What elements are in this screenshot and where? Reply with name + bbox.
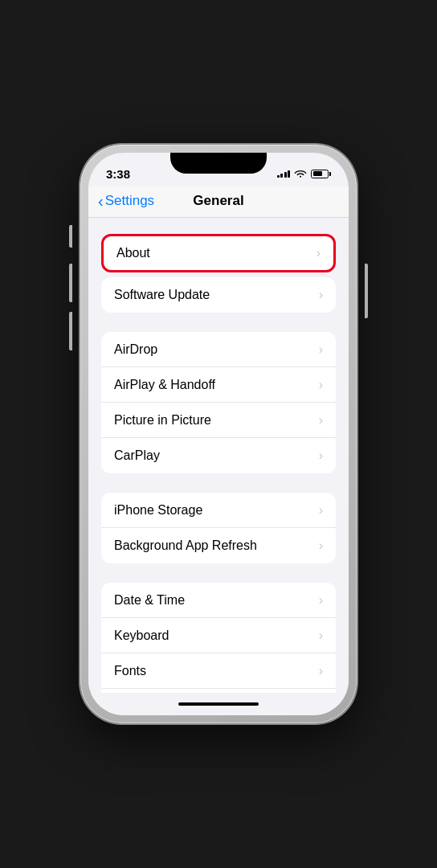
battery-icon [311,170,331,178]
software-update-group: Software Update › [101,277,336,313]
airdrop-chevron-icon: › [319,342,323,357]
about-row-wrapper: About › [101,234,336,272]
storage-group: iPhone Storage › Background App Refresh … [101,493,336,563]
home-indicator[interactable] [88,693,349,715]
picture-in-picture-row[interactable]: Picture in Picture › [101,403,336,438]
section-system: Date & Time › Keyboard › Fonts › Languag… [88,583,349,693]
about-group: About › [101,234,336,272]
iphone-storage-label: iPhone Storage [114,503,202,518]
back-button[interactable]: ‹ Settings [98,192,154,211]
navigation-bar: ‹ Settings General [88,186,349,218]
airplay-handoff-row[interactable]: AirPlay & Handoff › [101,367,336,403]
carplay-label: CarPlay [114,448,160,463]
date-time-label: Date & Time [114,593,185,608]
date-time-row[interactable]: Date & Time › [101,583,336,618]
section-storage: iPhone Storage › Background App Refresh … [88,493,349,563]
power-button[interactable] [365,264,368,318]
picture-in-picture-label: Picture in Picture [114,413,211,428]
iphone-storage-row[interactable]: iPhone Storage › [101,493,336,528]
phone-frame: 3:38 [80,145,357,723]
software-update-row[interactable]: Software Update › [101,277,336,313]
background-app-refresh-chevron-icon: › [319,538,323,553]
status-time: 3:38 [106,167,130,181]
iphone-storage-chevron-icon: › [319,503,323,518]
status-icons [277,168,332,180]
section-connectivity: AirDrop › AirPlay & Handoff › Picture in… [88,332,349,473]
volume-up-button[interactable] [69,264,72,302]
about-chevron-icon: › [317,246,321,260]
connectivity-group: AirDrop › AirPlay & Handoff › Picture in… [101,332,336,473]
back-chevron-icon: ‹ [98,192,104,211]
keyboard-label: Keyboard [114,628,169,643]
settings-scroll-view[interactable]: About › Software Update › AirDrop [88,218,349,693]
back-button-label: Settings [105,193,154,209]
keyboard-row[interactable]: Keyboard › [101,618,336,653]
carplay-row[interactable]: CarPlay › [101,438,336,473]
about-label: About [116,246,150,260]
carplay-chevron-icon: › [319,448,323,463]
about-row[interactable]: About › [101,234,336,272]
software-update-label: Software Update [114,288,210,302]
fonts-row[interactable]: Fonts › [101,653,336,689]
airplay-handoff-chevron-icon: › [319,378,323,392]
signal-icon [277,170,291,178]
airdrop-label: AirDrop [114,342,157,357]
phone-screen: 3:38 [88,153,349,715]
wifi-icon [294,168,307,180]
mute-button[interactable] [69,225,72,248]
background-app-refresh-row[interactable]: Background App Refresh › [101,528,336,563]
section-about: About › [88,234,349,272]
system-group: Date & Time › Keyboard › Fonts › Languag… [101,583,336,693]
date-time-chevron-icon: › [319,593,323,608]
airplay-handoff-label: AirPlay & Handoff [114,378,215,392]
notch [170,153,267,174]
page-title: General [193,193,243,209]
home-bar [178,702,259,706]
keyboard-chevron-icon: › [319,628,323,643]
software-update-chevron-icon: › [319,288,323,302]
airdrop-row[interactable]: AirDrop › [101,332,336,367]
picture-in-picture-chevron-icon: › [319,413,323,428]
fonts-label: Fonts [114,664,146,678]
fonts-chevron-icon: › [319,664,323,678]
volume-down-button[interactable] [69,312,72,350]
background-app-refresh-label: Background App Refresh [114,538,257,553]
